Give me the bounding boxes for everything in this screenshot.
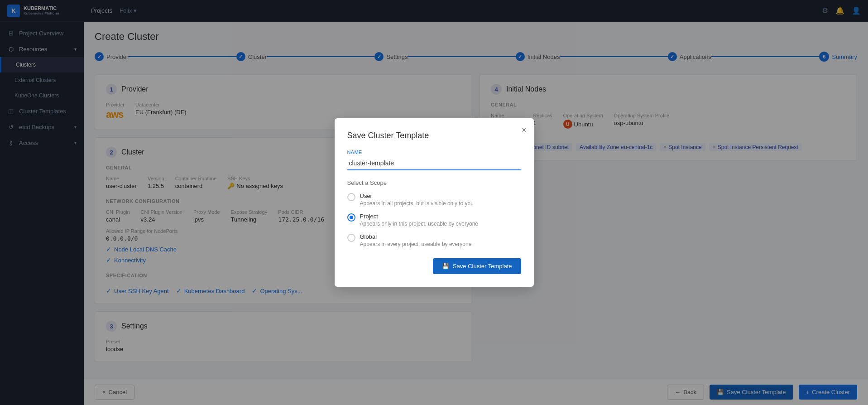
modal-overlay[interactable]: Save Cluster Template × NAME Select a Sc… (0, 0, 868, 405)
scope-user-radio (347, 193, 355, 201)
modal-name-label: NAME (347, 149, 521, 155)
scope-user-option[interactable]: User Appears in all projects, but is vis… (347, 193, 521, 207)
scope-global-radio (347, 234, 355, 242)
modal-scope-label: Select a Scope (347, 179, 521, 186)
modal-save-icon: 💾 (442, 263, 449, 270)
scope-project-radio (347, 213, 355, 222)
modal-close-button[interactable]: × (522, 125, 527, 135)
scope-global-option[interactable]: Global Appears in every project, useable… (347, 233, 521, 247)
scope-radio-group: User Appears in all projects, but is vis… (347, 193, 521, 247)
save-template-modal: Save Cluster Template × NAME Select a Sc… (335, 118, 534, 287)
modal-name-field: NAME (347, 149, 521, 170)
modal-name-input[interactable] (347, 157, 521, 170)
modal-save-button[interactable]: 💾 Save Cluster Template (433, 258, 521, 274)
modal-title: Save Cluster Template (347, 131, 521, 140)
modal-button-row: 💾 Save Cluster Template (347, 258, 521, 274)
scope-project-option[interactable]: Project Appears only in this project, us… (347, 213, 521, 227)
